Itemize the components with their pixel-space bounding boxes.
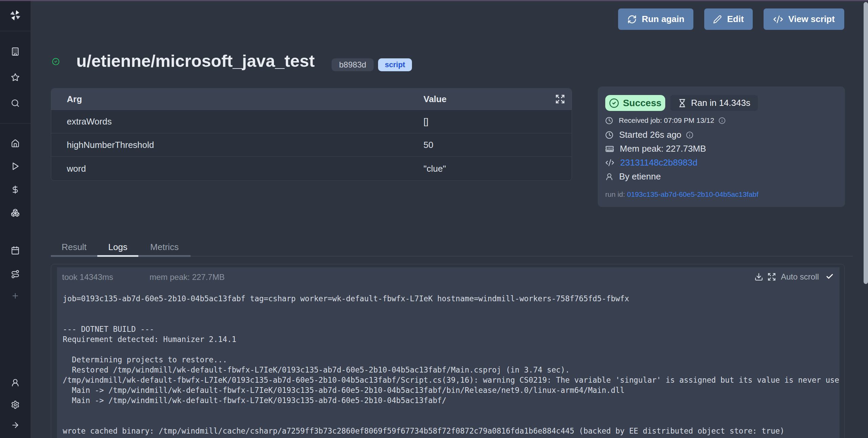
sidebar-item-add[interactable] [0,292,31,300]
hourglass-icon [678,99,687,108]
expand-args-button[interactable] [555,94,565,104]
mem-peak-label: Mem peak: 227.73MB [620,144,706,154]
arg-name: word [51,164,86,174]
log-header: took 14343ms mem peak: 227.7MB Auto scro… [57,267,840,286]
sidebar-item-variables[interactable] [0,185,31,194]
check-circle-icon [609,98,619,108]
plus-icon [11,292,19,300]
received-row: Received job: 07:09 PM 13/12 [605,116,726,125]
page-title: u/etienne/microsoft_java_test [76,51,315,71]
building-icon [11,47,20,56]
play-icon [11,162,20,171]
star-icon [11,73,20,82]
script-badge[interactable]: script [378,58,412,71]
log-mem-peak-label: mem peak: 227.7MB [150,272,224,282]
tab-logs[interactable]: Logs [97,239,138,255]
status-success-icon [52,58,60,65]
sidebar-item-home[interactable] [0,139,31,148]
sidebar-item-favorites[interactable] [0,73,31,82]
mem-peak-row: Mem peak: 227.73MB [605,144,706,154]
args-table-row[interactable]: highNumberThreshold 50 [51,133,572,157]
edit-label: Edit [727,14,744,24]
info-icon [718,117,726,124]
windmill-logo-icon [9,9,22,22]
expand-icon [555,94,565,104]
autoscroll-label: Auto scroll [781,272,819,282]
pencil-icon [713,15,722,24]
sidebar-item-search[interactable] [0,99,31,108]
run-again-label: Run again [642,14,685,24]
gear-icon [11,400,20,409]
run-id-label: run id: [605,190,625,198]
run-id-row: run id: 0193c135-ab7d-60e5-2b10-04b5ac13… [605,190,758,198]
memory-icon [605,145,614,153]
sidebar [0,0,31,438]
by-row: By etienne [605,171,661,182]
user-icon [11,378,20,387]
sidebar-item-schedules[interactable] [0,246,31,255]
page-scrollbar[interactable] [864,2,868,284]
arg-value: "clue" [423,164,446,174]
sidebar-item-flows[interactable] [0,270,31,279]
edit-button[interactable]: Edit [704,8,753,30]
duration-chip: Ran in 14.343s [670,95,758,111]
run-id-link[interactable]: 0193c135-ab7d-60e5-2b10-04b5ac13fabf [627,190,758,198]
calendar-icon [11,246,20,255]
received-label: Received job: 07:09 PM 13/12 [619,116,714,125]
tab-result[interactable]: Result [51,239,97,255]
info-icon [686,131,693,139]
status-label: Success [623,98,662,109]
started-row: Started 26s ago [605,130,693,140]
job-info-panel: Success Ran in 14.343s Received job: 07:… [598,87,845,207]
clock-icon [605,117,613,125]
route-icon [11,270,20,279]
arg-value: 50 [423,140,433,150]
sidebar-item-workspace[interactable] [0,47,31,56]
download-log-button[interactable] [754,272,763,281]
top-accent-strip [0,0,868,1]
started-label: Started 26s ago [619,130,682,140]
script-hash-link[interactable]: 23131148c2b8983d [620,157,697,168]
home-icon [11,139,20,148]
autoscroll-checkbox[interactable] [826,272,834,281]
sidebar-item-collapse[interactable] [0,421,31,430]
boxes-icon [11,208,20,217]
column-header-arg: Arg [51,94,82,104]
arrow-right-icon [11,421,20,430]
arg-name: highNumberThreshold [51,140,154,150]
view-script-label: View script [788,14,835,24]
by-label: By etienne [619,171,661,182]
code-icon [773,14,783,24]
view-script-button[interactable]: View script [764,8,844,30]
clock-icon [605,131,613,139]
expand-log-button[interactable] [767,272,776,281]
sidebar-item-account[interactable] [0,378,31,387]
sidebar-item-runs[interactable] [0,162,31,171]
dollar-icon [11,185,20,194]
sidebar-item-settings[interactable] [0,400,31,409]
script-hash-row: 23131148c2b8983d [605,157,697,168]
sidebar-item-resources[interactable] [0,208,31,217]
refresh-icon [627,15,637,24]
run-again-button[interactable]: Run again [618,8,693,30]
args-table-row[interactable]: extraWords [] [51,110,572,133]
sidebar-logo[interactable] [0,9,31,22]
args-table-row[interactable]: word "clue" [51,157,572,180]
code-icon [605,158,614,167]
duration-label: Ran in 14.343s [691,98,750,108]
tab-metrics[interactable]: Metrics [138,239,191,255]
tab-bar-border [191,256,853,256]
expand-icon [767,272,776,281]
download-icon [754,272,763,281]
toolbar: Run again Edit View script [618,8,844,30]
tab-underline [138,255,191,257]
log-viewer[interactable]: took 14343ms mem peak: 227.7MB Auto scro… [57,267,840,438]
arg-value: [] [423,116,428,127]
sidebar-divider [0,31,31,31]
check-icon [826,272,834,281]
tab-bar: Result Logs Metrics [51,239,191,255]
hash-badge[interactable]: b8983d [332,58,374,71]
log-content: job=0193c135-ab7d-60e5-2b10-04b5ac13fabf… [63,293,840,436]
user-icon [605,173,613,181]
sidebar-divider [0,123,31,123]
